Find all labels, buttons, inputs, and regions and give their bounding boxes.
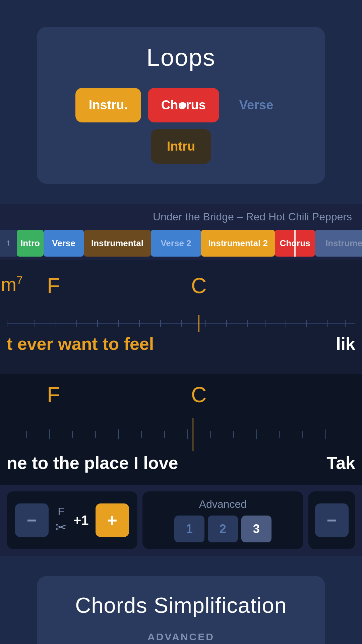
svg-rect-0 — [3, 418, 359, 451]
bottom-section: Chords Simplification ADVANCED 1 2 3 — [0, 556, 362, 644]
lyric-partial-2: Tak — [326, 453, 355, 473]
song-title: Under the Bridge – Red Hot Chili Peppers — [0, 204, 362, 226]
extra-control: − — [308, 491, 355, 549]
advanced-opt-1[interactable]: 1 — [174, 516, 204, 542]
waveform-svg: // Generate waveform bars inline const b… — [3, 418, 359, 451]
transpose-value: +1 — [73, 513, 89, 528]
waveform-display: // Generate waveform bars inline const b… — [0, 418, 362, 451]
segment-intro[interactable]: Intro — [17, 230, 44, 257]
lyric-text-1: t ever want to feel — [0, 334, 329, 364]
loops-card: Loops Instru. Chorus Verse Intru — [37, 27, 325, 184]
segment-chorus[interactable]: Chorus — [275, 230, 315, 257]
top-section: Loops Instru. Chorus Verse Intru — [0, 0, 362, 197]
advanced-opt-2[interactable]: 2 — [208, 516, 238, 542]
advanced-label: Advanced — [199, 498, 247, 511]
transpose-key-label: F — [58, 505, 64, 518]
simplification-level-label: ADVANCED — [50, 631, 312, 643]
advanced-control: Advanced 1 2 3 — [142, 491, 303, 549]
loop-btn-chorus[interactable]: Chorus — [148, 88, 219, 122]
lyric-text-2: ne to the place I love — [7, 453, 326, 473]
segment-instrumental3[interactable]: Instrumental 3 — [315, 230, 362, 257]
transpose-plus-button[interactable]: + — [96, 503, 129, 537]
simplification-card: Chords Simplification ADVANCED 1 2 3 — [37, 576, 325, 644]
advanced-options: 1 2 3 — [174, 516, 272, 542]
svg-rect-2 — [192, 418, 193, 451]
segment-verse[interactable]: Verse — [44, 230, 84, 257]
segments-scroll[interactable]: t Intro Verse Instrumental Verse 2 Instr… — [0, 226, 362, 260]
segment-partial: t — [0, 230, 17, 257]
chord-f1: F — [47, 273, 60, 298]
loop-btn-verse[interactable]: Verse — [226, 88, 287, 122]
lyric-row-2: ne to the place I love Tak — [0, 451, 362, 478]
chord-c2: C — [191, 382, 206, 407]
score-section-1: im7 F C t ever want to feel lik — [0, 260, 362, 374]
transpose-minus-button[interactable]: − — [15, 503, 49, 537]
simplification-title: Chords Simplification — [50, 593, 312, 618]
chord-line-2: F C — [0, 381, 362, 418]
segment-instrumental[interactable]: Instrumental — [84, 230, 151, 257]
controls-section: − F ✂ +1 + Advanced 1 2 3 − — [0, 485, 362, 556]
ruler-bg-1 — [7, 323, 355, 324]
chord-im7: im7 — [0, 273, 23, 295]
waveform-section: F C // Generate waveform bars inline con… — [0, 374, 362, 485]
chord-c1: C — [191, 273, 206, 298]
chord-line-1: im7 F C — [0, 270, 362, 314]
segment-verse2[interactable]: Verse 2 — [151, 230, 201, 257]
extra-minus-button[interactable]: − — [315, 503, 349, 537]
transpose-control: − F ✂ +1 + — [7, 491, 137, 549]
lyric-row-1: t ever want to feel lik — [0, 334, 362, 364]
loops-buttons: Instru. Chorus Verse Intru — [50, 88, 312, 164]
lyric-partial-1: lik — [329, 334, 362, 364]
ruler-line-1 — [0, 314, 362, 334]
loop-btn-instru[interactable]: Instru. — [75, 88, 141, 122]
segment-instrumental2[interactable]: Instrumental 2 — [201, 230, 275, 257]
loops-title: Loops — [50, 44, 312, 71]
chord-f2: F — [47, 382, 60, 407]
timeline-section: Under the Bridge – Red Hot Chili Peppers… — [0, 204, 362, 260]
tune-icon: ✂ — [55, 520, 67, 535]
advanced-opt-3[interactable]: 3 — [241, 516, 272, 542]
loop-btn-intru[interactable]: Intru — [151, 129, 211, 164]
